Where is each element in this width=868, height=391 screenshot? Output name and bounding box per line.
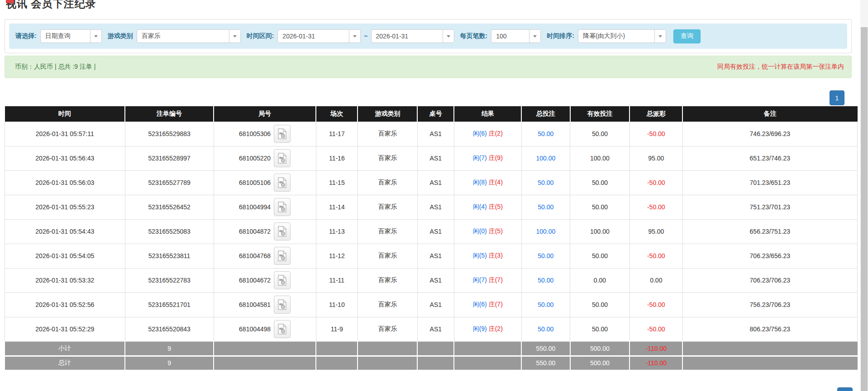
page-1-button-bottom[interactable]	[837, 387, 853, 391]
cell-game-category: 百家乐	[358, 170, 417, 195]
cell-game-category: 百家乐	[358, 122, 417, 146]
total-bet-link[interactable]: 50.00	[538, 130, 553, 137]
time-sort-value: 降幂(由大到小)	[578, 30, 654, 42]
footer-label: 小计	[5, 341, 125, 356]
column-header: 桌号	[417, 106, 454, 122]
result-banker: 庄(7)	[489, 276, 503, 283]
cell-remark: 706.23/706.23	[682, 268, 857, 292]
round-id-text: 681005106	[239, 179, 271, 186]
cell-session: 11-9	[316, 317, 358, 341]
cell-table-no: AS1	[417, 219, 454, 244]
total-bet-link[interactable]: 50.00	[538, 203, 553, 211]
cell-valid-bet: 50.00	[570, 122, 630, 146]
cell-round-id: 681004672	[214, 268, 316, 292]
page-size-label: 每页笔数:	[460, 32, 488, 40]
cell-total-bet: 100.00	[521, 146, 570, 170]
cell-time: 2026-01-31 05:52:56	[5, 292, 125, 317]
result-player: 闲(7)	[473, 276, 487, 283]
time-sort-label: 时间排序:	[547, 32, 574, 40]
cell-result: 闲(6) 庄(7)	[454, 292, 521, 317]
cell-table-no: AS1	[417, 146, 454, 170]
table-row: 2026-01-31 05:56:43 523165528997 6810052…	[5, 146, 858, 170]
video-replay-button[interactable]	[274, 296, 291, 314]
red-marker	[6, 0, 14, 3]
game-category-select[interactable]: 百家乐	[137, 29, 241, 43]
cell-round-id: 681005220	[214, 146, 316, 170]
cell-table-no: AS1	[417, 317, 454, 341]
table-row: 2026-01-31 05:57:11 523165529883 6810053…	[5, 122, 858, 146]
footer-payout: -110.00	[630, 341, 682, 356]
chevron-down-icon[interactable]	[443, 30, 454, 42]
same-round-notice: 同局有效投注，统一计算在该局第一张注单内	[717, 63, 844, 71]
cell-session: 11-15	[316, 170, 358, 195]
cell-bet-id: 523165527789	[125, 170, 214, 195]
result-banker: 庄(4)	[489, 179, 503, 186]
cell-bet-id: 523165521701	[125, 292, 214, 317]
page-1-button[interactable]: 1	[830, 90, 844, 105]
total-bet-link[interactable]: 100.00	[536, 228, 555, 235]
date-from-input[interactable]: 2026-01-31	[277, 29, 361, 43]
cell-payout: 0.00	[630, 268, 682, 292]
chevron-down-icon[interactable]	[529, 30, 540, 42]
total-bet-link[interactable]: 100.00	[536, 155, 555, 162]
video-replay-button[interactable]	[274, 320, 291, 338]
video-file-icon	[277, 128, 287, 139]
table-row: 2026-01-31 05:54:43 523165525083 6810048…	[5, 219, 858, 244]
cell-session: 11-10	[316, 292, 358, 317]
video-replay-button[interactable]	[274, 125, 291, 143]
video-replay-button[interactable]	[274, 198, 291, 216]
cell-result: 闲(6) 庄(2)	[454, 122, 521, 146]
round-id-text: 681004994	[239, 203, 271, 211]
cell-total-bet: 50.00	[521, 170, 570, 195]
cell-session: 11-12	[316, 244, 358, 268]
cell-game-category: 百家乐	[358, 195, 417, 219]
cell-valid-bet: 50.00	[570, 244, 630, 268]
total-bet-link[interactable]: 50.00	[538, 252, 553, 259]
total-bet-link[interactable]: 50.00	[538, 179, 553, 186]
footer-total-bet: 550.00	[521, 356, 570, 370]
footer-count: 9	[125, 356, 214, 370]
video-replay-button[interactable]	[274, 271, 291, 289]
date-to-input[interactable]: 2026-01-31	[371, 29, 454, 43]
cell-valid-bet: 100.00	[570, 146, 630, 170]
cell-remark: 751.23/701.23	[682, 195, 857, 219]
cell-bet-id: 523165529883	[125, 122, 214, 146]
table-footer: 小计 9 550.00 500.00 -110.00 总计 9 550.00 5…	[5, 341, 858, 370]
video-replay-button[interactable]	[274, 247, 291, 265]
chevron-down-icon[interactable]	[229, 30, 240, 42]
table-row: 2026-01-31 05:56:03 523165527789 6810051…	[5, 170, 858, 195]
page-size-select[interactable]: 100	[491, 29, 541, 43]
round-id-text: 681004498	[239, 325, 271, 333]
cell-remark: 746.23/696.23	[682, 122, 857, 146]
column-header: 总派彩	[630, 106, 682, 122]
cell-time: 2026-01-31 05:54:05	[5, 244, 125, 268]
cell-result: 闲(9) 庄(2)	[454, 317, 521, 341]
round-id-text: 681005306	[239, 130, 271, 137]
page: 视讯 会员下注纪录 请选择: 日期查询 游戏类别 百家乐 时间区间: 2026-…	[0, 0, 868, 391]
vertical-scrollbar[interactable]	[860, 0, 868, 391]
total-bet-link[interactable]: 50.00	[538, 277, 553, 284]
search-button[interactable]: 查询	[673, 29, 701, 43]
cell-game-category: 百家乐	[358, 268, 417, 292]
footer-valid-bet: 500.00	[570, 341, 630, 356]
chevron-down-icon[interactable]	[90, 30, 101, 42]
footer-label: 总计	[5, 356, 125, 370]
cell-table-no: AS1	[417, 122, 454, 146]
total-bet-link[interactable]: 50.00	[538, 325, 553, 333]
video-replay-button[interactable]	[274, 222, 291, 240]
cell-total-bet: 50.00	[521, 292, 570, 317]
video-replay-button[interactable]	[274, 174, 291, 192]
date-from-value: 2026-01-31	[278, 30, 349, 42]
chevron-down-icon[interactable]	[349, 30, 360, 42]
chevron-down-icon[interactable]	[654, 30, 666, 42]
cell-result: 闲(7) 庄(7)	[454, 268, 521, 292]
query-type-select[interactable]: 日期查询	[40, 29, 102, 43]
time-sort-select[interactable]: 降幂(由大到小)	[578, 29, 666, 43]
total-bet-link[interactable]: 50.00	[538, 301, 553, 308]
cell-time: 2026-01-31 05:55:23	[5, 195, 125, 219]
scrollbar-thumb[interactable]	[861, 27, 868, 391]
cell-result: 闲(4) 庄(5)	[454, 195, 521, 219]
cell-payout: 95.00	[630, 146, 682, 170]
cell-bet-id: 523165522783	[125, 268, 214, 292]
video-replay-button[interactable]	[274, 149, 291, 167]
